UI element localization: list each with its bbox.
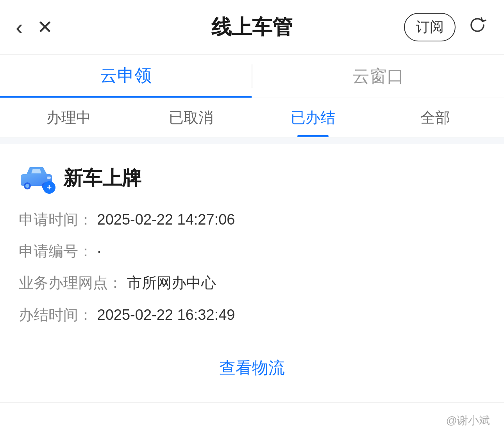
card-action: 查看物流 bbox=[19, 345, 485, 387]
tab-cloud-window[interactable]: 云窗口 bbox=[252, 55, 504, 98]
car-plus-icon: + bbox=[43, 181, 55, 194]
svg-rect-5 bbox=[47, 177, 51, 179]
car-icon-wrap: + bbox=[19, 162, 54, 194]
apply-no-row: 申请编号： · bbox=[19, 241, 485, 262]
card-info: 申请时间： 2025-02-22 14:27:06 申请编号： · 业务办理网点… bbox=[19, 209, 485, 325]
apply-no-label: 申请编号： bbox=[19, 243, 93, 259]
main-tabs: 云申领 云窗口 bbox=[0, 55, 504, 98]
application-card: + 新车上牌 申请时间： 2025-02-22 14:27:06 申请编号： ·… bbox=[0, 144, 504, 403]
subtab-cancelled[interactable]: 已取消 bbox=[130, 98, 252, 137]
header-right: 订阅 bbox=[404, 13, 488, 41]
apply-no-value: · bbox=[97, 243, 102, 259]
complete-time-value: 2025-02-22 16:32:49 bbox=[97, 307, 235, 323]
watermark: @谢小斌 bbox=[446, 413, 490, 428]
view-logistics-button[interactable]: 查看物流 bbox=[219, 357, 285, 379]
complete-time-label: 办结时间： bbox=[19, 307, 93, 323]
apply-time-value: 2025-02-22 14:27:06 bbox=[97, 211, 235, 228]
apply-time-label: 申请时间： bbox=[19, 211, 93, 228]
close-button[interactable]: ✕ bbox=[37, 18, 53, 37]
subtab-processing[interactable]: 办理中 bbox=[8, 98, 130, 137]
card-header: + 新车上牌 bbox=[19, 162, 485, 194]
subtab-all[interactable]: 全部 bbox=[374, 98, 497, 137]
subtab-completed[interactable]: 已办结 bbox=[252, 98, 374, 137]
location-label: 业务办理网点： bbox=[19, 275, 123, 291]
sub-tabs: 办理中 已取消 已办结 全部 bbox=[0, 98, 504, 137]
apply-time-row: 申请时间： 2025-02-22 14:27:06 bbox=[19, 209, 485, 230]
refresh-icon[interactable] bbox=[466, 14, 488, 41]
tab-cloud-apply[interactable]: 云申领 bbox=[0, 55, 252, 98]
header-left: ‹ ✕ bbox=[16, 16, 53, 38]
page-title: 线上车管 bbox=[211, 14, 293, 41]
subscribe-button[interactable]: 订阅 bbox=[404, 13, 456, 41]
card-title: 新车上牌 bbox=[63, 165, 141, 191]
location-value: 市所网办中心 bbox=[127, 275, 216, 291]
back-button[interactable]: ‹ bbox=[16, 16, 23, 38]
complete-time-row: 办结时间： 2025-02-22 16:32:49 bbox=[19, 305, 485, 325]
section-separator bbox=[0, 137, 504, 144]
svg-point-2 bbox=[25, 184, 29, 188]
header: ‹ ✕ 线上车管 订阅 bbox=[0, 0, 504, 55]
location-row: 业务办理网点： 市所网办中心 bbox=[19, 273, 485, 293]
